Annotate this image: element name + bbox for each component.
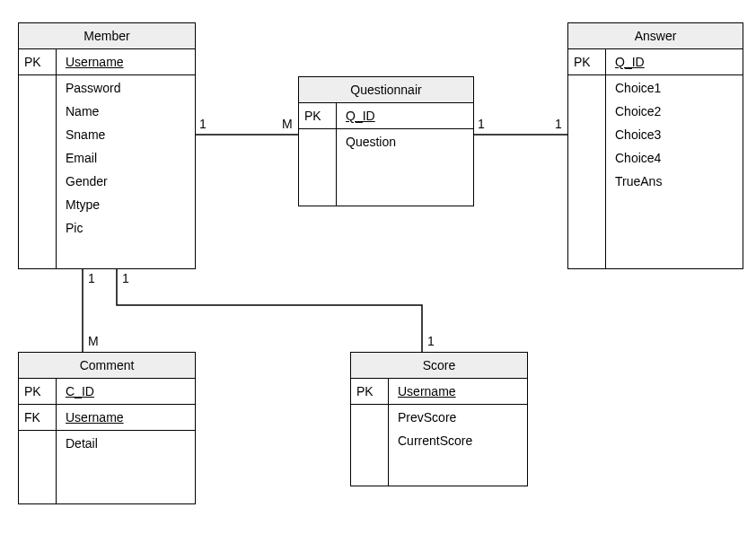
entity-score-pk-attr: Username — [398, 384, 518, 398]
entity-member: Member PK Username Password Name Sname E… — [18, 22, 196, 269]
entity-member-title: Member — [19, 23, 195, 49]
entity-score-attr: CurrentScore — [398, 433, 518, 448]
entity-questionnair-attr: Question — [346, 135, 464, 149]
cardinality-member-questionnair-right: M — [282, 117, 293, 131]
entity-questionnair-attrs-keycol — [299, 129, 337, 206]
cardinality-member-questionnair-left: 1 — [199, 117, 207, 131]
entity-answer-title: Answer — [568, 23, 743, 49]
cardinality-questionnair-answer-right: 1 — [555, 117, 562, 131]
entity-score: Score PK Username PrevScore CurrentScore — [350, 352, 528, 486]
cardinality-member-comment-bottom: M — [88, 334, 99, 348]
entity-comment: Comment PK C_ID FK Username Detail — [18, 352, 196, 504]
entity-score-attrs: PrevScore CurrentScore — [398, 410, 518, 448]
entity-member-attrs: Password Name Sname Email Gender Mtype P… — [66, 81, 186, 235]
entity-member-pk-label: PK — [19, 49, 57, 74]
entity-member-attrs-keycol — [19, 75, 57, 268]
entity-comment-pk-label: PK — [19, 379, 57, 404]
entity-answer-pk-attr: Q_ID — [615, 55, 734, 69]
entity-score-title: Score — [351, 353, 527, 379]
entity-member-pk-attr: Username — [66, 55, 186, 69]
entity-answer-attr: TrueAns — [615, 174, 734, 188]
entity-answer-attr: Choice2 — [615, 104, 734, 118]
entity-answer-attrs-keycol — [568, 75, 606, 268]
entity-member-attr: Password — [66, 81, 186, 95]
entity-answer-attrs: Choice1 Choice2 Choice3 Choice4 TrueAns — [615, 81, 734, 188]
entity-score-attrs-keycol — [351, 405, 389, 486]
er-diagram-canvas: 1 M 1 1 1 M 1 1 Member PK Username Passw… — [0, 0, 756, 534]
entity-answer-attr: Choice1 — [615, 81, 734, 95]
entity-comment-attr: Detail — [66, 436, 186, 451]
entity-questionnair-pk-attr: Q_ID — [346, 109, 464, 123]
entity-member-attr: Sname — [66, 127, 186, 142]
entity-comment-title: Comment — [19, 353, 195, 379]
entity-member-attr: Pic — [66, 221, 186, 235]
entity-member-attr: Mtype — [66, 197, 186, 212]
entity-member-attr: Name — [66, 104, 186, 118]
entity-comment-attrs-keycol — [19, 431, 57, 503]
entity-questionnair-pk-label: PK — [299, 103, 337, 128]
entity-comment-pk-attr: C_ID — [66, 384, 186, 398]
entity-answer-attr: Choice3 — [615, 127, 734, 142]
entity-questionnair-attrs: Question — [346, 135, 464, 149]
cardinality-questionnair-answer-left: 1 — [478, 117, 485, 131]
cardinality-member-comment-top: 1 — [88, 271, 95, 285]
cardinality-member-score-bottom: 1 — [427, 334, 435, 348]
entity-answer-attr: Choice4 — [615, 151, 734, 165]
cardinality-member-score-top: 1 — [122, 271, 129, 285]
entity-member-attr: Email — [66, 151, 186, 165]
entity-questionnair: Questionnair PK Q_ID Question — [298, 76, 474, 206]
entity-comment-fk-attr: Username — [66, 410, 186, 425]
entity-member-attr: Gender — [66, 174, 186, 188]
entity-comment-fk-label: FK — [19, 405, 57, 430]
entity-score-attr: PrevScore — [398, 410, 518, 425]
entity-answer-pk-label: PK — [568, 49, 606, 74]
entity-score-pk-label: PK — [351, 379, 389, 404]
entity-comment-attrs: Detail — [66, 436, 186, 451]
entity-answer: Answer PK Q_ID Choice1 Choice2 Choice3 C… — [567, 22, 743, 269]
entity-questionnair-title: Questionnair — [299, 77, 473, 103]
